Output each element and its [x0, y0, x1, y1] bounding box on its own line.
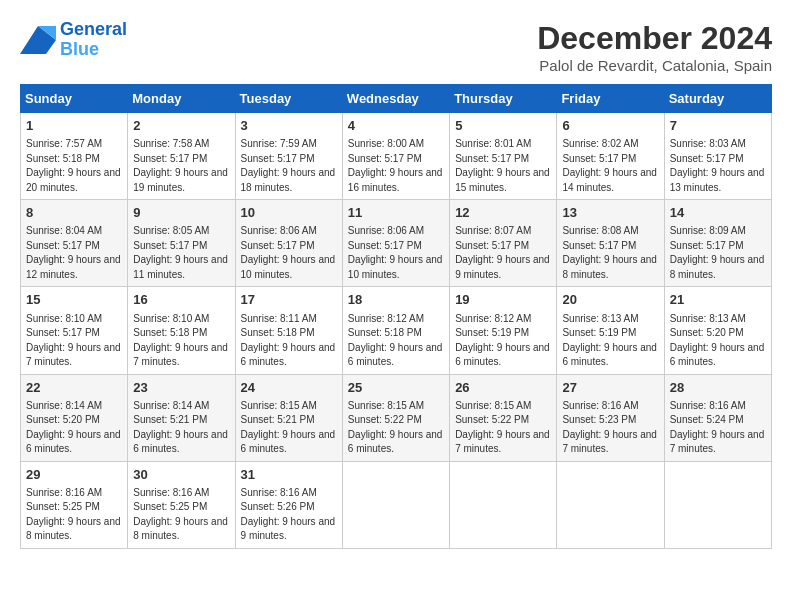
day-info: Sunrise: 8:02 AM Sunset: 5:17 PM Dayligh…: [562, 137, 658, 195]
calendar-day-cell: 23Sunrise: 8:14 AM Sunset: 5:21 PM Dayli…: [128, 374, 235, 461]
header-cell-thursday: Thursday: [450, 85, 557, 113]
page-subtitle: Palol de Revardit, Catalonia, Spain: [537, 57, 772, 74]
calendar-header: SundayMondayTuesdayWednesdayThursdayFrid…: [21, 85, 772, 113]
day-info: Sunrise: 8:16 AM Sunset: 5:24 PM Dayligh…: [670, 399, 766, 457]
day-number: 30: [133, 466, 229, 484]
day-number: 20: [562, 291, 658, 309]
header-cell-saturday: Saturday: [664, 85, 771, 113]
calendar-day-cell: 10Sunrise: 8:06 AM Sunset: 5:17 PM Dayli…: [235, 200, 342, 287]
day-info: Sunrise: 8:16 AM Sunset: 5:25 PM Dayligh…: [133, 486, 229, 544]
day-number: 17: [241, 291, 337, 309]
calendar-day-cell: 12Sunrise: 8:07 AM Sunset: 5:17 PM Dayli…: [450, 200, 557, 287]
day-number: 9: [133, 204, 229, 222]
calendar-day-cell: 28Sunrise: 8:16 AM Sunset: 5:24 PM Dayli…: [664, 374, 771, 461]
day-info: Sunrise: 8:16 AM Sunset: 5:25 PM Dayligh…: [26, 486, 122, 544]
calendar-day-cell: 14Sunrise: 8:09 AM Sunset: 5:17 PM Dayli…: [664, 200, 771, 287]
day-number: 25: [348, 379, 444, 397]
day-number: 4: [348, 117, 444, 135]
header-row: SundayMondayTuesdayWednesdayThursdayFrid…: [21, 85, 772, 113]
day-number: 21: [670, 291, 766, 309]
day-number: 8: [26, 204, 122, 222]
calendar-day-cell: 24Sunrise: 8:15 AM Sunset: 5:21 PM Dayli…: [235, 374, 342, 461]
day-info: Sunrise: 8:00 AM Sunset: 5:17 PM Dayligh…: [348, 137, 444, 195]
header-cell-monday: Monday: [128, 85, 235, 113]
page-title: December 2024: [537, 20, 772, 57]
day-number: 3: [241, 117, 337, 135]
day-info: Sunrise: 8:05 AM Sunset: 5:17 PM Dayligh…: [133, 224, 229, 282]
calendar-day-cell: 6Sunrise: 8:02 AM Sunset: 5:17 PM Daylig…: [557, 113, 664, 200]
calendar-day-cell: 20Sunrise: 8:13 AM Sunset: 5:19 PM Dayli…: [557, 287, 664, 374]
day-number: 10: [241, 204, 337, 222]
logo: General Blue: [20, 20, 127, 60]
day-info: Sunrise: 8:15 AM Sunset: 5:22 PM Dayligh…: [455, 399, 551, 457]
calendar-day-cell: 16Sunrise: 8:10 AM Sunset: 5:18 PM Dayli…: [128, 287, 235, 374]
day-number: 18: [348, 291, 444, 309]
day-info: Sunrise: 8:14 AM Sunset: 5:21 PM Dayligh…: [133, 399, 229, 457]
calendar-week-2: 15Sunrise: 8:10 AM Sunset: 5:17 PM Dayli…: [21, 287, 772, 374]
calendar-day-cell: 13Sunrise: 8:08 AM Sunset: 5:17 PM Dayli…: [557, 200, 664, 287]
day-number: 5: [455, 117, 551, 135]
logo-icon: [20, 26, 56, 54]
day-number: 15: [26, 291, 122, 309]
day-number: 19: [455, 291, 551, 309]
logo-text: General Blue: [60, 20, 127, 60]
day-info: Sunrise: 8:07 AM Sunset: 5:17 PM Dayligh…: [455, 224, 551, 282]
day-info: Sunrise: 8:04 AM Sunset: 5:17 PM Dayligh…: [26, 224, 122, 282]
calendar-day-cell: 25Sunrise: 8:15 AM Sunset: 5:22 PM Dayli…: [342, 374, 449, 461]
calendar-table: SundayMondayTuesdayWednesdayThursdayFrid…: [20, 84, 772, 549]
day-number: 2: [133, 117, 229, 135]
day-info: Sunrise: 8:13 AM Sunset: 5:20 PM Dayligh…: [670, 312, 766, 370]
day-info: Sunrise: 8:06 AM Sunset: 5:17 PM Dayligh…: [348, 224, 444, 282]
day-number: 6: [562, 117, 658, 135]
calendar-day-cell: 22Sunrise: 8:14 AM Sunset: 5:20 PM Dayli…: [21, 374, 128, 461]
calendar-day-cell: 7Sunrise: 8:03 AM Sunset: 5:17 PM Daylig…: [664, 113, 771, 200]
day-number: 13: [562, 204, 658, 222]
day-info: Sunrise: 8:10 AM Sunset: 5:17 PM Dayligh…: [26, 312, 122, 370]
calendar-day-cell: 18Sunrise: 8:12 AM Sunset: 5:18 PM Dayli…: [342, 287, 449, 374]
day-info: Sunrise: 8:03 AM Sunset: 5:17 PM Dayligh…: [670, 137, 766, 195]
day-number: 26: [455, 379, 551, 397]
day-info: Sunrise: 7:58 AM Sunset: 5:17 PM Dayligh…: [133, 137, 229, 195]
calendar-day-cell: 21Sunrise: 8:13 AM Sunset: 5:20 PM Dayli…: [664, 287, 771, 374]
day-info: Sunrise: 7:57 AM Sunset: 5:18 PM Dayligh…: [26, 137, 122, 195]
calendar-body: 1Sunrise: 7:57 AM Sunset: 5:18 PM Daylig…: [21, 113, 772, 549]
calendar-week-3: 22Sunrise: 8:14 AM Sunset: 5:20 PM Dayli…: [21, 374, 772, 461]
calendar-day-cell: 29Sunrise: 8:16 AM Sunset: 5:25 PM Dayli…: [21, 461, 128, 548]
calendar-week-0: 1Sunrise: 7:57 AM Sunset: 5:18 PM Daylig…: [21, 113, 772, 200]
day-number: 23: [133, 379, 229, 397]
day-number: 7: [670, 117, 766, 135]
header-cell-friday: Friday: [557, 85, 664, 113]
calendar-day-cell: 31Sunrise: 8:16 AM Sunset: 5:26 PM Dayli…: [235, 461, 342, 548]
day-info: Sunrise: 8:11 AM Sunset: 5:18 PM Dayligh…: [241, 312, 337, 370]
calendar-day-cell: 1Sunrise: 7:57 AM Sunset: 5:18 PM Daylig…: [21, 113, 128, 200]
day-number: 22: [26, 379, 122, 397]
day-info: Sunrise: 8:12 AM Sunset: 5:19 PM Dayligh…: [455, 312, 551, 370]
calendar-day-cell: [342, 461, 449, 548]
day-info: Sunrise: 7:59 AM Sunset: 5:17 PM Dayligh…: [241, 137, 337, 195]
header-cell-sunday: Sunday: [21, 85, 128, 113]
calendar-day-cell: 26Sunrise: 8:15 AM Sunset: 5:22 PM Dayli…: [450, 374, 557, 461]
day-info: Sunrise: 8:06 AM Sunset: 5:17 PM Dayligh…: [241, 224, 337, 282]
calendar-day-cell: 9Sunrise: 8:05 AM Sunset: 5:17 PM Daylig…: [128, 200, 235, 287]
calendar-day-cell: [557, 461, 664, 548]
day-info: Sunrise: 8:09 AM Sunset: 5:17 PM Dayligh…: [670, 224, 766, 282]
calendar-day-cell: 27Sunrise: 8:16 AM Sunset: 5:23 PM Dayli…: [557, 374, 664, 461]
calendar-day-cell: 5Sunrise: 8:01 AM Sunset: 5:17 PM Daylig…: [450, 113, 557, 200]
calendar-week-1: 8Sunrise: 8:04 AM Sunset: 5:17 PM Daylig…: [21, 200, 772, 287]
calendar-day-cell: 4Sunrise: 8:00 AM Sunset: 5:17 PM Daylig…: [342, 113, 449, 200]
calendar-day-cell: 17Sunrise: 8:11 AM Sunset: 5:18 PM Dayli…: [235, 287, 342, 374]
calendar-day-cell: 30Sunrise: 8:16 AM Sunset: 5:25 PM Dayli…: [128, 461, 235, 548]
title-block: December 2024 Palol de Revardit, Catalon…: [537, 20, 772, 74]
day-number: 14: [670, 204, 766, 222]
page-header: General Blue December 2024 Palol de Reva…: [20, 20, 772, 74]
calendar-week-4: 29Sunrise: 8:16 AM Sunset: 5:25 PM Dayli…: [21, 461, 772, 548]
day-info: Sunrise: 8:13 AM Sunset: 5:19 PM Dayligh…: [562, 312, 658, 370]
day-number: 24: [241, 379, 337, 397]
day-info: Sunrise: 8:16 AM Sunset: 5:26 PM Dayligh…: [241, 486, 337, 544]
day-info: Sunrise: 8:08 AM Sunset: 5:17 PM Dayligh…: [562, 224, 658, 282]
day-number: 31: [241, 466, 337, 484]
calendar-day-cell: 15Sunrise: 8:10 AM Sunset: 5:17 PM Dayli…: [21, 287, 128, 374]
day-number: 12: [455, 204, 551, 222]
calendar-day-cell: 19Sunrise: 8:12 AM Sunset: 5:19 PM Dayli…: [450, 287, 557, 374]
calendar-day-cell: 11Sunrise: 8:06 AM Sunset: 5:17 PM Dayli…: [342, 200, 449, 287]
